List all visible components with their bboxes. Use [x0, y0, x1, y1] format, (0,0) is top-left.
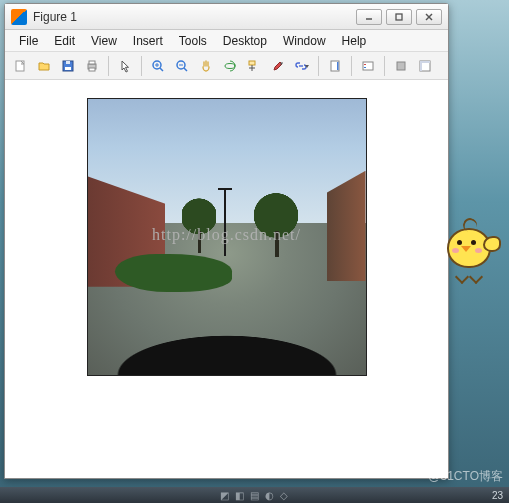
svg-point-18 — [225, 63, 235, 68]
insert-colorbar-icon[interactable] — [324, 55, 346, 77]
svg-rect-20 — [249, 61, 255, 65]
pan-icon[interactable] — [195, 55, 217, 77]
toolbar — [5, 52, 448, 80]
svg-rect-27 — [337, 62, 339, 70]
new-file-icon[interactable] — [9, 55, 31, 77]
taskbar-app-icon[interactable]: ◐ — [265, 490, 274, 501]
svg-rect-28 — [363, 62, 373, 70]
figure-canvas[interactable]: http://blog.csdn.net/ — [5, 80, 448, 478]
print-icon[interactable] — [81, 55, 103, 77]
brush-icon[interactable] — [267, 55, 289, 77]
close-button[interactable] — [416, 9, 442, 25]
link-plot-icon[interactable] — [291, 55, 313, 77]
figure-window: Figure 1 File Edit View Insert Tools Des… — [4, 3, 449, 479]
minimize-button[interactable] — [356, 9, 382, 25]
toolbar-separator — [384, 56, 385, 76]
menu-tools[interactable]: Tools — [171, 32, 215, 50]
taskbar-apps[interactable]: ◩ ◧ ▤ ◐ ◇ — [220, 490, 288, 501]
insert-legend-icon[interactable] — [357, 55, 379, 77]
svg-rect-34 — [420, 61, 422, 71]
menu-edit[interactable]: Edit — [46, 32, 83, 50]
save-icon[interactable] — [57, 55, 79, 77]
toolbar-separator — [318, 56, 319, 76]
svg-line-16 — [184, 68, 187, 71]
svg-rect-7 — [66, 61, 70, 64]
taskbar[interactable]: ◩ ◧ ▤ ◐ ◇ 23 — [0, 487, 509, 503]
svg-rect-1 — [396, 14, 402, 20]
svg-rect-29 — [364, 64, 366, 65]
taskbar-app-icon[interactable]: ◧ — [235, 490, 244, 501]
svg-rect-6 — [65, 67, 71, 70]
svg-rect-30 — [364, 67, 366, 68]
window-title: Figure 1 — [33, 10, 356, 24]
page-watermark: @51CTO博客 — [428, 468, 503, 485]
menu-help[interactable]: Help — [334, 32, 375, 50]
svg-rect-9 — [89, 61, 95, 64]
taskbar-clock[interactable]: 23 — [492, 490, 503, 501]
toolbar-separator — [351, 56, 352, 76]
rotate-3d-icon[interactable] — [219, 55, 241, 77]
pointer-icon[interactable] — [114, 55, 136, 77]
displayed-image: http://blog.csdn.net/ — [87, 98, 367, 376]
data-cursor-icon[interactable] — [243, 55, 265, 77]
svg-line-12 — [160, 68, 163, 71]
chick-mascot-icon — [443, 218, 497, 278]
toolbar-separator — [108, 56, 109, 76]
menu-file[interactable]: File — [11, 32, 46, 50]
menu-insert[interactable]: Insert — [125, 32, 171, 50]
taskbar-app-icon[interactable]: ◩ — [220, 490, 229, 501]
show-plot-tools-icon[interactable] — [414, 55, 436, 77]
svg-rect-31 — [397, 62, 405, 70]
taskbar-app-icon[interactable]: ▤ — [250, 490, 259, 501]
menubar: File Edit View Insert Tools Desktop Wind… — [5, 30, 448, 52]
hide-plot-tools-icon[interactable] — [390, 55, 412, 77]
svg-marker-25 — [305, 65, 309, 68]
maximize-button[interactable] — [386, 9, 412, 25]
menu-desktop[interactable]: Desktop — [215, 32, 275, 50]
matlab-app-icon — [11, 9, 27, 25]
open-folder-icon[interactable] — [33, 55, 55, 77]
menu-view[interactable]: View — [83, 32, 125, 50]
taskbar-app-icon[interactable]: ◇ — [280, 490, 288, 501]
zoom-in-icon[interactable] — [147, 55, 169, 77]
menu-window[interactable]: Window — [275, 32, 334, 50]
window-controls — [356, 9, 442, 25]
svg-rect-10 — [89, 68, 95, 71]
titlebar[interactable]: Figure 1 — [5, 4, 448, 30]
zoom-out-icon[interactable] — [171, 55, 193, 77]
toolbar-separator — [141, 56, 142, 76]
